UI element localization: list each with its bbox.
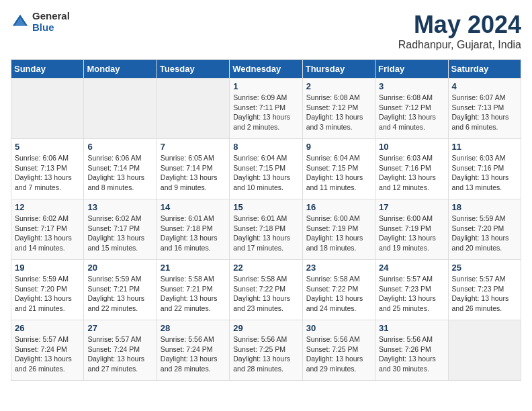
col-thursday: Thursday [302, 60, 375, 79]
day-number: 16 [306, 202, 371, 212]
calendar-cell: 6Sunrise: 6:06 AM Sunset: 7:14 PM Daylig… [84, 139, 157, 199]
day-number: 10 [379, 142, 444, 152]
day-info: Sunrise: 5:56 AM Sunset: 7:25 PM Dayligh… [306, 334, 371, 374]
title-area: May 2024 Radhanpur, Gujarat, India [398, 11, 521, 51]
day-info: Sunrise: 5:59 AM Sunset: 7:20 PM Dayligh… [452, 214, 517, 253]
day-info: Sunrise: 6:02 AM Sunset: 7:17 PM Dayligh… [15, 214, 80, 253]
col-friday: Friday [375, 60, 448, 79]
logo-icon [11, 13, 30, 32]
day-info: Sunrise: 6:03 AM Sunset: 7:16 PM Dayligh… [379, 153, 444, 193]
day-info: Sunrise: 6:06 AM Sunset: 7:14 PM Dayligh… [87, 153, 152, 193]
day-info: Sunrise: 6:03 AM Sunset: 7:16 PM Dayligh… [452, 153, 517, 193]
day-info: Sunrise: 5:56 AM Sunset: 7:25 PM Dayligh… [233, 334, 298, 374]
sub-title: Radhanpur, Gujarat, India [398, 39, 521, 51]
day-number: 3 [379, 81, 444, 91]
day-info: Sunrise: 5:58 AM Sunset: 7:21 PM Dayligh… [161, 274, 226, 314]
day-number: 30 [306, 323, 371, 333]
day-number: 31 [379, 323, 444, 333]
main-title: May 2024 [398, 11, 521, 39]
calendar-cell [448, 320, 521, 381]
col-monday: Monday [84, 60, 157, 79]
day-info: Sunrise: 6:08 AM Sunset: 7:12 PM Dayligh… [379, 93, 444, 132]
col-saturday: Saturday [448, 60, 521, 79]
calendar-week-1: 1Sunrise: 6:09 AM Sunset: 7:11 PM Daylig… [11, 79, 521, 139]
day-number: 14 [161, 202, 226, 212]
calendar-cell: 28Sunrise: 5:56 AM Sunset: 7:24 PM Dayli… [157, 320, 229, 381]
day-number: 23 [306, 263, 371, 273]
day-info: Sunrise: 6:00 AM Sunset: 7:19 PM Dayligh… [306, 214, 371, 253]
calendar-cell: 15Sunrise: 6:01 AM Sunset: 7:18 PM Dayli… [230, 199, 302, 260]
calendar-cell: 11Sunrise: 6:03 AM Sunset: 7:16 PM Dayli… [448, 139, 521, 199]
day-number: 5 [15, 142, 80, 152]
calendar-cell: 13Sunrise: 6:02 AM Sunset: 7:17 PM Dayli… [84, 199, 157, 260]
day-number: 24 [379, 263, 444, 273]
day-info: Sunrise: 5:56 AM Sunset: 7:24 PM Dayligh… [161, 334, 226, 374]
day-info: Sunrise: 6:00 AM Sunset: 7:19 PM Dayligh… [379, 214, 444, 253]
day-info: Sunrise: 6:04 AM Sunset: 7:15 PM Dayligh… [306, 153, 371, 193]
calendar-cell: 2Sunrise: 6:08 AM Sunset: 7:12 PM Daylig… [302, 79, 375, 139]
day-info: Sunrise: 6:08 AM Sunset: 7:12 PM Dayligh… [306, 93, 371, 132]
calendar-cell: 9Sunrise: 6:04 AM Sunset: 7:15 PM Daylig… [302, 139, 375, 199]
calendar-cell: 3Sunrise: 6:08 AM Sunset: 7:12 PM Daylig… [375, 79, 448, 139]
day-number: 28 [161, 323, 226, 333]
calendar-cell: 19Sunrise: 5:59 AM Sunset: 7:20 PM Dayli… [11, 260, 84, 320]
calendar-cell: 26Sunrise: 5:57 AM Sunset: 7:24 PM Dayli… [11, 320, 84, 381]
day-info: Sunrise: 5:57 AM Sunset: 7:23 PM Dayligh… [379, 274, 444, 314]
col-sunday: Sunday [11, 60, 84, 79]
header: General Blue May 2024 Radhanpur, Gujarat… [11, 11, 521, 51]
calendar-cell: 27Sunrise: 5:57 AM Sunset: 7:24 PM Dayli… [84, 320, 157, 381]
day-number: 17 [379, 202, 444, 212]
calendar-cell: 18Sunrise: 5:59 AM Sunset: 7:20 PM Dayli… [448, 199, 521, 260]
day-info: Sunrise: 5:57 AM Sunset: 7:24 PM Dayligh… [87, 334, 152, 374]
day-number: 8 [233, 142, 298, 152]
day-number: 20 [87, 263, 152, 273]
day-number: 21 [161, 263, 226, 273]
day-number: 22 [233, 263, 298, 273]
day-info: Sunrise: 5:57 AM Sunset: 7:23 PM Dayligh… [452, 274, 517, 314]
day-number: 11 [452, 142, 517, 152]
calendar-week-3: 12Sunrise: 6:02 AM Sunset: 7:17 PM Dayli… [11, 199, 521, 260]
day-number: 9 [306, 142, 371, 152]
logo-blue-text: Blue [32, 22, 70, 34]
calendar-cell: 1Sunrise: 6:09 AM Sunset: 7:11 PM Daylig… [230, 79, 302, 139]
day-info: Sunrise: 6:07 AM Sunset: 7:13 PM Dayligh… [452, 93, 517, 132]
calendar-cell: 16Sunrise: 6:00 AM Sunset: 7:19 PM Dayli… [302, 199, 375, 260]
col-wednesday: Wednesday [230, 60, 302, 79]
calendar-week-2: 5Sunrise: 6:06 AM Sunset: 7:13 PM Daylig… [11, 139, 521, 199]
calendar-cell: 12Sunrise: 6:02 AM Sunset: 7:17 PM Dayli… [11, 199, 84, 260]
day-number: 25 [452, 263, 517, 273]
header-row: Sunday Monday Tuesday Wednesday Thursday… [11, 60, 521, 79]
day-number: 4 [452, 81, 517, 91]
calendar-cell [157, 79, 229, 139]
calendar-cell: 25Sunrise: 5:57 AM Sunset: 7:23 PM Dayli… [448, 260, 521, 320]
day-info: Sunrise: 6:09 AM Sunset: 7:11 PM Dayligh… [233, 93, 298, 132]
calendar-cell: 21Sunrise: 5:58 AM Sunset: 7:21 PM Dayli… [157, 260, 229, 320]
day-number: 29 [233, 323, 298, 333]
day-number: 1 [233, 81, 298, 91]
calendar-cell: 17Sunrise: 6:00 AM Sunset: 7:19 PM Dayli… [375, 199, 448, 260]
day-info: Sunrise: 5:58 AM Sunset: 7:22 PM Dayligh… [306, 274, 371, 314]
calendar-cell: 8Sunrise: 6:04 AM Sunset: 7:15 PM Daylig… [230, 139, 302, 199]
calendar-cell: 4Sunrise: 6:07 AM Sunset: 7:13 PM Daylig… [448, 79, 521, 139]
calendar-cell: 30Sunrise: 5:56 AM Sunset: 7:25 PM Dayli… [302, 320, 375, 381]
day-number: 2 [306, 81, 371, 91]
col-tuesday: Tuesday [157, 60, 229, 79]
day-number: 18 [452, 202, 517, 212]
day-info: Sunrise: 6:05 AM Sunset: 7:14 PM Dayligh… [161, 153, 226, 193]
day-info: Sunrise: 6:04 AM Sunset: 7:15 PM Dayligh… [233, 153, 298, 193]
day-number: 6 [87, 142, 152, 152]
calendar-cell: 20Sunrise: 5:59 AM Sunset: 7:21 PM Dayli… [84, 260, 157, 320]
calendar-cell: 24Sunrise: 5:57 AM Sunset: 7:23 PM Dayli… [375, 260, 448, 320]
calendar-cell: 23Sunrise: 5:58 AM Sunset: 7:22 PM Dayli… [302, 260, 375, 320]
day-info: Sunrise: 5:59 AM Sunset: 7:20 PM Dayligh… [15, 274, 80, 314]
day-number: 27 [87, 323, 152, 333]
calendar-cell: 22Sunrise: 5:58 AM Sunset: 7:22 PM Dayli… [230, 260, 302, 320]
logo: General Blue [11, 11, 70, 33]
calendar-cell: 31Sunrise: 5:56 AM Sunset: 7:26 PM Dayli… [375, 320, 448, 381]
calendar-body: 1Sunrise: 6:09 AM Sunset: 7:11 PM Daylig… [11, 79, 521, 381]
day-number: 15 [233, 202, 298, 212]
day-info: Sunrise: 5:57 AM Sunset: 7:24 PM Dayligh… [15, 334, 80, 374]
calendar-cell [84, 79, 157, 139]
day-info: Sunrise: 6:02 AM Sunset: 7:17 PM Dayligh… [87, 214, 152, 253]
day-info: Sunrise: 5:58 AM Sunset: 7:22 PM Dayligh… [233, 274, 298, 314]
